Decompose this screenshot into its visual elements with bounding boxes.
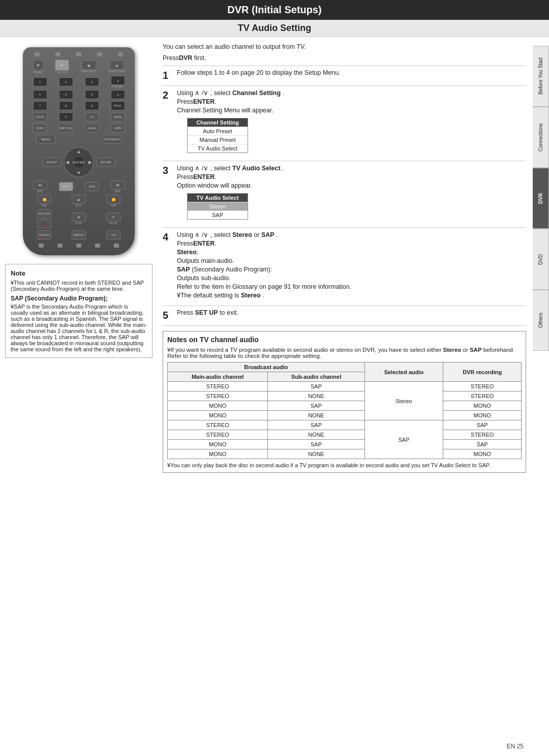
table-cell-selected-sap: SAP <box>364 420 443 459</box>
stop-button[interactable]: ■ <box>72 213 86 222</box>
page-number: EN 25 <box>507 743 524 750</box>
step-4-ref: Refer to the item in Glossary on page 91… <box>177 283 526 290</box>
play-label: PLAY <box>76 204 82 207</box>
btn-6[interactable]: 6 <box>85 90 99 99</box>
nav-cluster: DISPLAY ▲ ▼ ◀ ▶ ENTER RETURN <box>27 147 131 177</box>
table-cell-dvr: SAP <box>443 440 522 449</box>
tv-audio-select-sap: SAP <box>188 210 248 219</box>
pause-button[interactable]: ⏸ <box>106 213 120 222</box>
remote-dot-3 <box>76 52 81 56</box>
rewind-button[interactable]: ⏪ <box>37 195 51 204</box>
btn-4[interactable]: 4 <box>33 90 47 99</box>
fwd-button[interactable]: ⏩ <box>106 195 120 204</box>
dvd-button[interactable]: DVD <box>85 182 99 191</box>
note-title: Note <box>11 269 147 277</box>
menu-button[interactable]: MENU <box>36 135 55 144</box>
step-1-num: 1 <box>163 70 177 80</box>
tab-dvr[interactable]: DVR <box>533 168 549 229</box>
dvr-button[interactable]: DVR <box>59 182 73 191</box>
btn-2[interactable]: 2 <box>59 77 73 86</box>
table-cell-dvr: STEREO <box>443 391 522 401</box>
btn-9[interactable]: 9 <box>85 101 99 110</box>
rew-label: REW <box>41 204 47 207</box>
table-cell-sub: NONE <box>268 411 364 420</box>
btn-5[interactable]: 5 <box>59 90 73 99</box>
remote-top-dots <box>27 52 131 56</box>
table-cell-main: STEREO <box>168 391 268 401</box>
timer-prog-button[interactable]: ▣ <box>82 61 96 70</box>
step-4-stereo-desc: Outputs main-audio. <box>177 257 526 264</box>
nav-left-icon[interactable]: ◀ <box>66 160 69 165</box>
channel-label: CHANNEL <box>112 85 124 88</box>
display-button[interactable]: DISPLAY <box>42 158 62 167</box>
table-cell-sub: SAP <box>268 401 364 411</box>
step-5-content: Press SET UP to exit. <box>177 309 526 318</box>
tab-others[interactable]: Others <box>533 290 549 351</box>
subtitle-button[interactable]: SUB TITLE <box>58 124 73 133</box>
step-4-sap-label: SAP (Secondary Audio Program): <box>177 266 526 273</box>
table-row: STEREO NONE STEREO <box>168 391 522 401</box>
table-cell-sub: NONE <box>268 430 364 440</box>
rec-otr-button[interactable]: REC.OTR <box>37 209 51 218</box>
ch-down-button[interactable]: ∨ <box>111 90 125 99</box>
table-row: STEREO NONE STEREO <box>168 430 522 440</box>
prog-up-button[interactable]: PROG. <box>111 101 125 110</box>
table-row: MONO SAP MONO <box>168 401 522 411</box>
nav-up-icon[interactable]: ▲ <box>77 149 81 154</box>
plus10-button[interactable]: +10 <box>85 112 99 122</box>
tab-connections[interactable]: Connections <box>533 107 549 168</box>
open-close-button[interactable]: ⏏ <box>110 61 124 70</box>
btn-1[interactable]: 1 <box>33 77 47 86</box>
btn-7[interactable]: 7 <box>33 101 47 110</box>
mode-button[interactable]: MODE <box>111 112 125 122</box>
step-2-note: Channel Setting Menu will appear. <box>177 107 526 114</box>
repeat-button[interactable]: REPEAT <box>72 230 86 239</box>
record-button[interactable]: ● <box>37 219 51 228</box>
zoom-button[interactable]: ZOOM <box>33 124 47 133</box>
channel-setting-auto-preset: Auto Preset <box>188 127 248 135</box>
table-cell-main: MONO <box>168 401 268 411</box>
setup-button[interactable]: ■ <box>55 59 69 71</box>
remote-misc-row: CLEAR 0 +10 MODE <box>27 112 131 122</box>
notes-intro: ¥If you want to record a TV program avai… <box>167 347 522 359</box>
tab-before-you-start[interactable]: Before You Start <box>533 46 549 107</box>
top-menu-button[interactable]: TOP MENU <box>102 135 121 144</box>
right-column: You can select an audio channel to outpu… <box>158 37 549 747</box>
step-2-instruction: Using ∧ /∨ , select Channel Setting . <box>177 89 526 97</box>
search-button[interactable]: SEARCH <box>37 230 51 239</box>
channel-setting-menu-title: Channel Setting <box>188 118 248 127</box>
nav-circle: ▲ ▼ ◀ ▶ ENTER <box>64 147 94 177</box>
main-content: ⏻ POWER ■ SET UP ▣ TIMER PROG. ⏏ OPEN/CL… <box>0 37 549 747</box>
sap-section-text: ¥SAP is the Secondary Audio Program whic… <box>11 304 147 352</box>
nav-right-icon[interactable]: ▶ <box>88 160 92 165</box>
audio-table: Broadcast audio Selected audio DVR recor… <box>167 362 522 459</box>
note-line1: ¥This unit CANNOT record in both STEREO … <box>11 280 147 292</box>
enter-button[interactable]: ENTER <box>73 156 85 168</box>
play-button[interactable]: ▶ <box>72 195 86 204</box>
return-button[interactable]: RETURN <box>96 158 115 167</box>
table-cell-main: MONO <box>168 449 268 459</box>
tv-audio-select-menu: TV Audio Select Stereo SAP <box>187 193 248 220</box>
step-3-note: Option window will appear. <box>177 182 526 189</box>
nav-down-icon[interactable]: ▼ <box>77 170 81 175</box>
ch-up-button[interactable]: ∧ <box>111 76 125 85</box>
ab-button[interactable]: A-B <box>106 230 120 239</box>
table-row: STEREO SAP SAP SAP <box>168 420 522 430</box>
skip-next-button[interactable]: ⏭ <box>111 180 125 190</box>
btn-8[interactable]: 8 <box>59 101 73 110</box>
btn-3[interactable]: 3 <box>85 77 99 86</box>
btn-0[interactable]: 0 <box>59 112 73 122</box>
step-4: 4 Using ∧ /∨ , select Stereo or SAP . Pr… <box>163 231 526 300</box>
intro-line2: PressDVR first. <box>163 54 526 62</box>
search-row: SEARCH REPEAT A-B <box>27 230 131 239</box>
timer-prog-label: TIMER PROG. <box>80 70 97 73</box>
angle-button[interactable]: ANGLE <box>85 124 99 133</box>
audio-button[interactable]: AUDIO <box>111 124 125 133</box>
table-row: STEREO SAP Stereo STEREO <box>168 382 522 391</box>
skip-prev-button[interactable]: ⏮ <box>33 180 47 190</box>
step-4-stereo-label: Stereo: <box>177 249 526 256</box>
clear-button[interactable]: CLEAR <box>33 112 47 122</box>
tab-dvd[interactable]: DVD <box>533 229 549 290</box>
remote-dot-5 <box>118 52 123 56</box>
power-button[interactable]: ⏻ <box>33 59 44 71</box>
